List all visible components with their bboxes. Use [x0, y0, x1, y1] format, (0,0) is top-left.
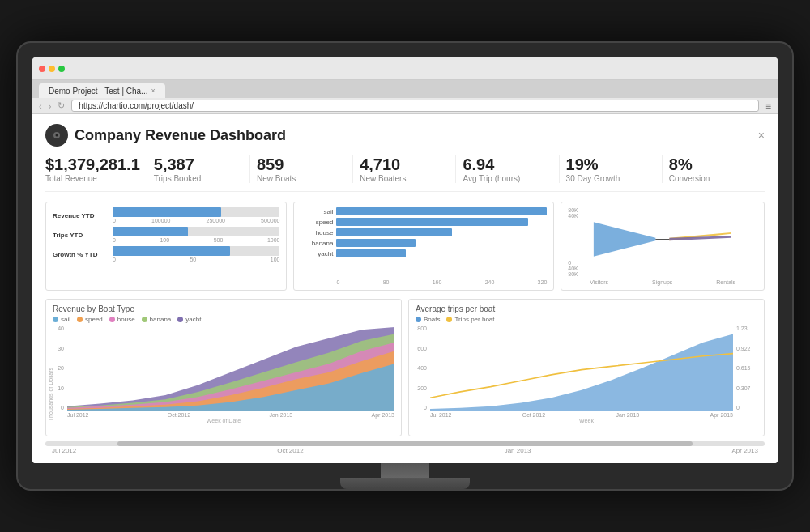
- kpi-growth: 19% 30 Day Growth: [560, 155, 663, 183]
- legend-yacht-label: yacht: [185, 316, 201, 323]
- ytd-growth-label: Growth % YTD: [53, 251, 109, 258]
- screen: Demo Project - Test | Cha... × ‹ › ↻ htt…: [32, 57, 778, 463]
- kpi-avg-trip: 6.94 Avg Trip (hours): [456, 155, 559, 183]
- scrollbar-thumb[interactable]: [117, 441, 693, 446]
- ytd-revenue-label: Revenue YTD: [53, 212, 109, 219]
- dashboard-close[interactable]: ×: [758, 129, 765, 142]
- legend-house: house: [109, 316, 135, 323]
- scrollbar-area: Jul 2012Oct 2012Jan 2013Apr 2013: [45, 441, 765, 455]
- kpi-row: $1,379,281.1 Total Revenue 5,387 Trips B…: [45, 155, 765, 192]
- revenue-chart-title: Revenue by Boat Type: [53, 304, 394, 313]
- hbar-sail-fill: [336, 207, 547, 215]
- hbar-house-label: house: [301, 229, 333, 236]
- kpi-label: New Boats: [257, 174, 346, 183]
- legend-trips-per-boat: Trips per boat: [446, 316, 494, 323]
- revenue-bar-bg: [113, 207, 279, 217]
- funnel-axis-top: 80K: [568, 207, 757, 213]
- funnel-chart: 80K 40K: [561, 202, 765, 291]
- legend-speed-label: speed: [85, 316, 103, 323]
- scroll-labels: Jul 2012Oct 2012Jan 2013Apr 2013: [45, 446, 765, 455]
- menu-button[interactable]: ≡: [765, 100, 771, 112]
- revenue-bar-container: 0100000250000500000: [113, 207, 279, 223]
- address-bar: ‹ › ↻ https://chartio.com/project/dash/ …: [32, 98, 778, 114]
- funnel-x-labels: Visitors Signups Rentals: [568, 279, 757, 285]
- legend-banana-label: banana: [150, 316, 172, 323]
- scrollbar-track[interactable]: [45, 441, 765, 446]
- close-dot[interactable]: [39, 66, 45, 72]
- trips-ytd-row: Trips YTD 01005001000: [53, 227, 279, 243]
- tab-close[interactable]: ×: [151, 87, 155, 95]
- kpi-new-boats: 859 New Boats: [250, 155, 353, 183]
- hbar-banana: banana: [301, 239, 547, 247]
- back-button[interactable]: ‹: [39, 101, 42, 111]
- ytd-chart: Revenue YTD 0100000250000500000 Trips YT…: [45, 202, 287, 291]
- kpi-value: 4,710: [360, 155, 449, 174]
- trips-bar-bg: [113, 227, 279, 236]
- hbar-banana-fill: [336, 239, 415, 247]
- hbar-yacht-label: yacht: [301, 250, 333, 257]
- kpi-label: Trips Booked: [154, 174, 243, 183]
- hbar-sail: sail: [301, 207, 547, 215]
- revenue-y-label: Thousands of Dollars: [48, 368, 53, 421]
- kpi-value: 19%: [566, 155, 655, 174]
- monitor: Demo Project - Test | Cha... × ‹ › ↻ htt…: [16, 41, 794, 491]
- tab-bar: Demo Project - Test | Cha... ×: [32, 80, 778, 98]
- kpi-new-boaters: 4,710 New Boaters: [353, 155, 456, 183]
- hbar-speed-label: speed: [301, 219, 333, 226]
- url-bar[interactable]: https://chartio.com/project/dash/: [71, 100, 759, 112]
- revenue-x-label: Week of Date: [53, 418, 394, 423]
- legend-boats-label: Boats: [424, 316, 440, 323]
- legend-speed: speed: [77, 316, 103, 323]
- minimize-dot[interactable]: [49, 66, 55, 72]
- legend-banana: banana: [142, 316, 172, 323]
- trips-area-chart: Average trips per boat Boats Trips per b…: [408, 299, 765, 436]
- stand-neck: [381, 463, 429, 478]
- title-row: Company Revenue Dashboard: [45, 124, 286, 147]
- hbar-speed-fill: [336, 218, 528, 226]
- hbar-sail-label: sail: [301, 208, 333, 215]
- kpi-trips-booked: 5,387 Trips Booked: [147, 155, 250, 183]
- legend-sail: sail: [53, 316, 70, 323]
- kpi-value: 8%: [669, 155, 758, 174]
- legend-yacht: yacht: [177, 316, 201, 323]
- maximize-dot[interactable]: [58, 66, 65, 72]
- legend-house-label: house: [117, 316, 135, 323]
- refresh-button[interactable]: ↻: [58, 100, 65, 111]
- hbar-speed: speed: [301, 218, 547, 226]
- trips-x-label: Week: [416, 418, 757, 423]
- legend-boats: Boats: [416, 316, 440, 323]
- funnel-signups-label: Signups: [652, 279, 672, 285]
- trips-bar-fill: [113, 227, 188, 236]
- ytd-trips-label: Trips YTD: [53, 232, 109, 239]
- logo: [45, 124, 68, 147]
- funnel-axis-40k: 40K: [568, 266, 757, 271]
- kpi-label: 30 Day Growth: [566, 174, 655, 183]
- forward-button[interactable]: ›: [49, 101, 52, 111]
- monitor-stand: [32, 463, 778, 489]
- revenue-bar-fill: [113, 207, 221, 217]
- kpi-value: 859: [257, 155, 346, 174]
- trips-chart-title: Average trips per boat: [416, 304, 757, 313]
- legend-sail-label: sail: [61, 316, 70, 323]
- svg-point-2: [56, 134, 58, 137]
- funnel-axis-mid2: 0: [568, 260, 757, 266]
- kpi-total-revenue: $1,379,281.1 Total Revenue: [45, 155, 147, 183]
- svg-marker-3: [594, 222, 656, 257]
- growth-axis: 050100: [113, 257, 279, 262]
- trips-bar-container: 01005001000: [113, 227, 279, 243]
- hbar-banana-label: banana: [301, 240, 333, 247]
- dashboard-title: Company Revenue Dashboard: [75, 127, 286, 144]
- revenue-area-chart: Revenue by Boat Type sail speed house: [45, 299, 402, 436]
- funnel-axis-mid1: 40K: [568, 213, 757, 219]
- revenue-axis: 0100000250000500000: [113, 218, 279, 223]
- hbar-house-fill: [336, 228, 452, 236]
- funnel-rentals-label: Rentals: [716, 279, 735, 285]
- kpi-value: $1,379,281.1: [45, 155, 140, 174]
- window-controls: [39, 66, 65, 72]
- growth-bar-bg: [113, 246, 279, 256]
- trips-svg: [430, 326, 733, 411]
- stand-base: [340, 478, 470, 489]
- browser-tab[interactable]: Demo Project - Test | Cha... ×: [39, 83, 165, 98]
- revenue-legend: sail speed house banana: [53, 316, 394, 323]
- browser-bar: [32, 57, 778, 80]
